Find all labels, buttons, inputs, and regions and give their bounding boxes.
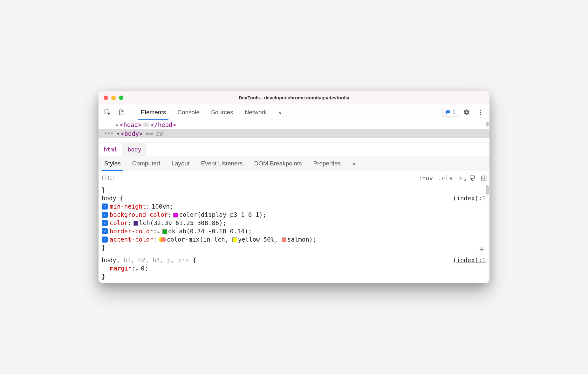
prop-name[interactable]: background-color bbox=[110, 211, 168, 218]
issues-chip[interactable]: 1 bbox=[442, 108, 458, 117]
tab-elements[interactable]: Elements bbox=[135, 104, 172, 120]
prop-value[interactable]: 0 bbox=[141, 265, 144, 272]
computed-sidebar-toggle-icon[interactable] bbox=[478, 175, 489, 181]
crumb-html[interactable]: html bbox=[99, 143, 122, 156]
subtab-properties[interactable]: Properties bbox=[307, 156, 346, 171]
property-row[interactable]: ✓ background-color: color(display-p3 1 0… bbox=[102, 210, 488, 219]
subtab-computed[interactable]: Computed bbox=[126, 156, 166, 171]
prop-name[interactable]: min-height bbox=[110, 203, 146, 210]
paintbrush-icon[interactable] bbox=[467, 175, 478, 181]
closing-brace: } bbox=[100, 186, 488, 193]
property-checkbox[interactable]: ✓ bbox=[102, 212, 108, 218]
selector[interactable]: body, bbox=[102, 257, 120, 264]
selector-dim[interactable]: h1, h2, h3, p, pre bbox=[120, 257, 189, 264]
property-row[interactable]: ✓ min-height: 100vh; bbox=[102, 202, 488, 210]
property-row[interactable]: margin:▶ 0; bbox=[102, 264, 488, 272]
selected-dollar: $0 bbox=[155, 130, 163, 137]
expand-triangle-icon[interactable]: ▼ bbox=[117, 131, 120, 136]
hov-toggle[interactable]: :hov bbox=[416, 175, 435, 182]
prop-value[interactable]: 100vh bbox=[152, 203, 170, 210]
property-checkbox[interactable]: ✓ bbox=[102, 228, 108, 234]
color-swatch-icon[interactable] bbox=[282, 237, 286, 242]
dom-node-head[interactable]: ▶ <head> ⋯ </head> bbox=[99, 120, 489, 129]
tab-sources[interactable]: Sources bbox=[205, 104, 239, 120]
tab-console[interactable]: Console bbox=[172, 104, 205, 120]
subtab-dom-breakpoints[interactable]: DOM Breakpoints bbox=[248, 156, 307, 171]
expand-triangle-icon[interactable]: ▶ bbox=[158, 230, 160, 234]
prop-value[interactable]: color(display-p3 1 0 1) bbox=[179, 211, 263, 218]
tag-open: <body> bbox=[121, 130, 143, 137]
rule-props: margin:▶ 0; bbox=[100, 264, 488, 273]
scrollbar-thumb[interactable] bbox=[486, 185, 489, 195]
svg-point-3 bbox=[480, 110, 481, 111]
subtab-overflow[interactable]: » bbox=[346, 156, 361, 171]
window-title: DevTools - developer.chrome.com/tags/dev… bbox=[99, 95, 489, 100]
issues-count: 1 bbox=[453, 109, 455, 116]
property-row[interactable]: ✓ accent-color: color-mix(in lch, yellow… bbox=[102, 235, 488, 244]
rule-divider bbox=[99, 253, 489, 253]
color-swatch-icon[interactable] bbox=[162, 229, 167, 234]
inspect-element-icon[interactable] bbox=[102, 107, 113, 118]
filter-bar: :hov .cls + bbox=[99, 171, 489, 185]
source-link[interactable]: (index):1 bbox=[453, 195, 486, 202]
add-rule-plus-icon[interactable]: + bbox=[479, 244, 484, 254]
expand-triangle-icon[interactable]: ▶ bbox=[136, 267, 138, 271]
mix-b[interactable]: salmon) bbox=[287, 236, 313, 243]
prop-name[interactable]: color bbox=[110, 219, 128, 226]
device-toggle-icon[interactable] bbox=[116, 107, 127, 118]
rule-header: body { (index):1 bbox=[100, 193, 488, 202]
styles-pane: } body { (index):1 ✓ min-height: 100vh; … bbox=[99, 185, 489, 283]
rule-header: body, h1, h2, h3, p, pre { (index):1 bbox=[100, 255, 488, 264]
dom-node-body[interactable]: ••• ▼ <body> == $0 bbox=[99, 129, 489, 138]
mix-prefix[interactable]: color-mix(in lch, bbox=[167, 236, 229, 243]
source-link[interactable]: (index):1 bbox=[453, 257, 486, 264]
property-checkbox[interactable]: ✓ bbox=[102, 220, 108, 226]
cls-toggle[interactable]: .cls bbox=[435, 175, 455, 182]
prop-value[interactable]: lch(32.39 61.25 308.86) bbox=[139, 219, 223, 226]
minimize-window-icon[interactable] bbox=[111, 96, 116, 100]
crumb-body[interactable]: body bbox=[122, 143, 146, 156]
tab-overflow[interactable]: » bbox=[272, 104, 287, 120]
property-row[interactable]: ✓ color: lch(32.39 61.25 308.86); bbox=[102, 219, 488, 227]
devtools-window: DevTools - developer.chrome.com/tags/dev… bbox=[99, 91, 489, 283]
prop-name[interactable]: accent-color bbox=[110, 236, 153, 243]
toolbar-divider bbox=[131, 108, 131, 117]
main-tabs: Elements Console Sources Network » bbox=[135, 104, 287, 120]
close-window-icon[interactable] bbox=[104, 96, 108, 100]
tag-open: <head> bbox=[120, 121, 142, 128]
filter-input-wrapper bbox=[99, 171, 416, 185]
subtab-event-listeners[interactable]: Event Listeners bbox=[195, 156, 248, 171]
property-checkbox[interactable]: ✓ bbox=[102, 204, 108, 210]
property-checkbox[interactable]: ✓ bbox=[102, 237, 108, 243]
expand-triangle-icon[interactable]: ▶ bbox=[116, 123, 119, 127]
selector[interactable]: body bbox=[102, 195, 116, 202]
settings-icon[interactable] bbox=[461, 107, 472, 118]
window-traffic-lights bbox=[104, 91, 123, 104]
filter-input[interactable] bbox=[101, 174, 413, 182]
styles-subtabs: Styles Computed Layout Event Listeners D… bbox=[99, 156, 489, 171]
collapsed-ellipsis[interactable]: ⋯ bbox=[143, 122, 149, 127]
closing-brace: } bbox=[100, 273, 488, 280]
fullscreen-window-icon[interactable] bbox=[119, 96, 123, 100]
scrollbar-thumb[interactable] bbox=[486, 122, 489, 127]
tab-network[interactable]: Network bbox=[239, 104, 273, 120]
prop-name[interactable]: margin bbox=[110, 265, 132, 272]
new-style-rule-button[interactable]: + bbox=[455, 174, 467, 183]
dom-tree[interactable]: ▶ <head> ⋯ </head> ••• ▼ <body> == $0 bbox=[99, 120, 489, 143]
main-toolbar: Elements Console Sources Network » 1 bbox=[99, 104, 489, 120]
subtab-layout[interactable]: Layout bbox=[166, 156, 195, 171]
color-swatch-icon[interactable] bbox=[173, 213, 178, 217]
subtab-styles[interactable]: Styles bbox=[99, 156, 126, 171]
svg-rect-6 bbox=[470, 176, 474, 178]
prop-value[interactable]: oklab(0.74 -0.18 0.14) bbox=[168, 228, 248, 235]
color-swatch-icon[interactable] bbox=[133, 221, 138, 226]
color-mix-swatch-icon[interactable] bbox=[159, 237, 166, 242]
svg-point-5 bbox=[480, 114, 481, 115]
closing-brace-row: } + bbox=[100, 244, 488, 251]
breadcrumb: html body bbox=[99, 143, 489, 156]
property-row[interactable]: ✓ border-color:▶ oklab(0.74 -0.18 0.14); bbox=[102, 227, 488, 235]
prop-name[interactable]: border-color bbox=[110, 228, 153, 235]
color-swatch-icon[interactable] bbox=[232, 237, 237, 242]
kebab-menu-icon[interactable] bbox=[475, 107, 486, 118]
mix-a[interactable]: yellow 50%, bbox=[238, 236, 278, 243]
